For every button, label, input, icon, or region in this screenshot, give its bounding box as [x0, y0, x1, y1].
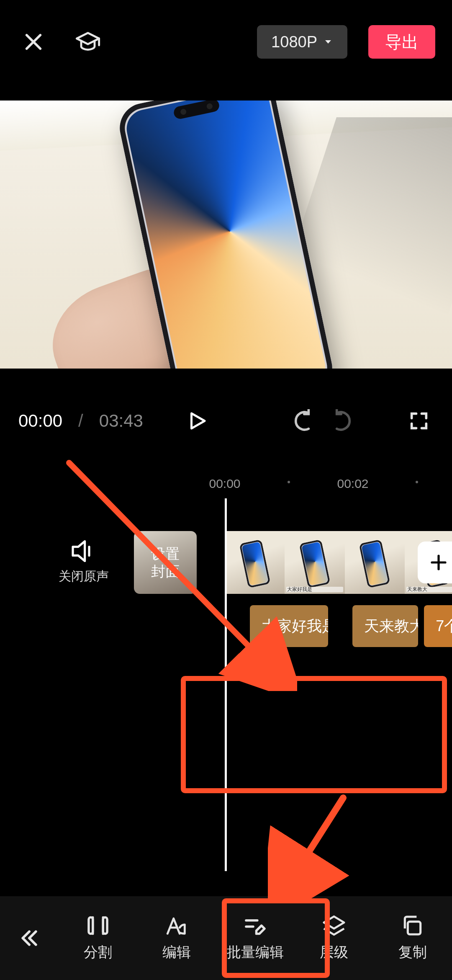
preview-area[interactable]: [0, 101, 452, 369]
header: 1080P 导出: [0, 0, 452, 84]
svg-marker-4: [73, 542, 85, 561]
resolution-label: 1080P: [271, 33, 317, 51]
close-icon[interactable]: [17, 25, 50, 59]
undo-button[interactable]: [287, 406, 316, 436]
tool-copy[interactable]: 复制: [373, 914, 452, 962]
ruler-tick: 00:02: [337, 477, 368, 491]
subtitle-clip[interactable]: 7个: [424, 605, 452, 647]
redo-button[interactable]: [329, 406, 358, 436]
tool-batch-edit[interactable]: 批量编辑: [216, 914, 295, 962]
current-time: 00:00: [18, 411, 62, 431]
collapse-toolbar-button[interactable]: [0, 896, 59, 980]
svg-rect-13: [408, 922, 420, 934]
subtitle-clip-selected[interactable]: 大家好我是: [250, 605, 328, 647]
layers-icon: [322, 914, 346, 937]
add-clip-button[interactable]: [418, 542, 452, 583]
bottom-toolbar: 分割 编辑 批量编辑 层级 复制: [0, 896, 452, 980]
video-track[interactable]: 大家好我是 天来教大: [225, 531, 452, 594]
mute-label: 关闭原声: [42, 568, 126, 585]
clip-thumbnail[interactable]: [345, 531, 405, 594]
ruler-tick: 00:00: [209, 477, 240, 491]
ruler-dot: [288, 481, 290, 483]
plus-icon: [429, 552, 449, 573]
svg-rect-9: [103, 917, 107, 934]
export-button[interactable]: 导出: [368, 25, 435, 59]
mute-audio-button[interactable]: 关闭原声: [42, 540, 126, 585]
split-icon: [85, 914, 110, 937]
subtitle-track[interactable]: 大家好我是 天来教大 7个: [225, 605, 452, 647]
chevron-down-icon: [323, 37, 333, 47]
fullscreen-button[interactable]: [404, 406, 434, 436]
svg-marker-12: [324, 916, 344, 928]
play-button[interactable]: [182, 406, 212, 436]
clip-thumbnail[interactable]: 大家好我是: [285, 531, 344, 594]
tool-layer[interactable]: 层级: [295, 914, 373, 962]
time-separator: /: [75, 411, 87, 431]
clip-thumbnail[interactable]: [225, 531, 285, 594]
text-edit-icon: [164, 914, 189, 937]
chevron-double-left-icon: [18, 927, 41, 949]
total-time: 03:43: [99, 411, 143, 431]
speaker-icon: [70, 540, 97, 562]
resolution-select[interactable]: 1080P: [257, 25, 347, 59]
batch-edit-icon: [243, 914, 268, 937]
playback-bar: 00:00 / 03:43: [0, 369, 452, 473]
subtitle-clip[interactable]: 天来教大: [352, 605, 418, 647]
tool-edit[interactable]: 编辑: [137, 914, 216, 962]
tutorial-icon[interactable]: [71, 25, 105, 59]
timeline[interactable]: 关闭原声 设置 封面 大家好我是 天来教大 大家好我是 天来教大 7个: [0, 503, 452, 729]
svg-rect-8: [89, 917, 93, 934]
set-cover-button[interactable]: 设置 封面: [134, 531, 197, 594]
tool-split[interactable]: 分割: [59, 914, 137, 962]
svg-marker-3: [192, 413, 205, 428]
ruler-dot: [416, 481, 418, 483]
copy-icon: [401, 914, 424, 937]
playhead[interactable]: [225, 498, 227, 871]
